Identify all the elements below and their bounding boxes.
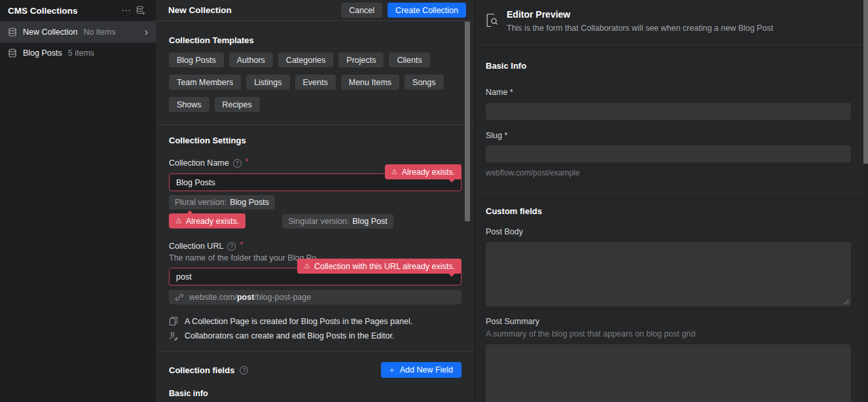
template-chip-row: Team Members Listings Events Menu Items … [169, 75, 461, 90]
panel-scrollbar[interactable] [465, 22, 470, 221]
post-summary-textarea[interactable] [486, 344, 851, 402]
post-body-label: Post Body [486, 227, 851, 236]
sidebar-item-count: 5 items [68, 48, 94, 58]
plural-error-text: Already exists. [186, 217, 239, 226]
preview-scrollbar-track[interactable] [863, 0, 868, 402]
plural-version-row: Plural version: Blog Posts [169, 195, 461, 210]
url-error-tooltip: ⚠ Collection with this URL already exist… [297, 259, 461, 274]
collection-fields-heading-group: Collection fields ? [169, 365, 248, 375]
divider [156, 124, 475, 125]
sidebar-item-new-collection[interactable]: New Collection No items › [0, 22, 156, 43]
custom-fields-heading: Custom fields [486, 206, 851, 216]
version-error-row: ⚠ Already exists. Singular version: Blog… [169, 213, 461, 228]
singular-version-value: Blog Post [352, 217, 388, 226]
preview-slug-input[interactable] [486, 145, 851, 162]
slug-hint-text: webflow.com/post/example [486, 168, 851, 177]
template-chip-team-members[interactable]: Team Members [169, 75, 241, 90]
required-asterisk: * [240, 240, 243, 249]
post-summary-label: Post Summary [486, 317, 851, 326]
collection-fields-heading: Collection fields [169, 365, 234, 375]
plural-version-value: Blog Posts [230, 198, 269, 207]
sidebar-item-count: No items [83, 27, 115, 37]
name-error-tooltip: ⚠ Already exists. [385, 164, 461, 179]
post-body-textarea[interactable] [486, 242, 851, 306]
sidebar-header: CMS Collections ⋯ [0, 0, 156, 22]
post-summary-hint: A summary of the blog post that appears … [486, 329, 851, 338]
post-summary-textarea-wrap [486, 344, 851, 402]
collection-fields-header-row: Collection fields ? + Add New Field [169, 362, 461, 378]
template-chip-projects[interactable]: Projects [338, 52, 384, 67]
collection-url-label: Collection URL [169, 242, 223, 251]
url-preview-slug: post [237, 293, 254, 302]
panel-title: New Collection [168, 5, 341, 15]
template-chip-menu-items[interactable]: Menu Items [341, 75, 399, 90]
sidebar-item-label: Blog Posts [23, 48, 62, 58]
collection-templates-heading: Collection Templates [169, 35, 461, 45]
help-icon[interactable]: ? [227, 242, 236, 251]
editor-preview-subtitle: This is the form that Collaborators will… [507, 24, 773, 33]
cms-collections-app: CMS Collections ⋯ New Collection No it [0, 0, 868, 402]
template-chip-recipes[interactable]: Recipes [215, 97, 260, 112]
template-chip-events[interactable]: Events [295, 75, 336, 90]
warning-icon: ⚠ [391, 168, 398, 176]
database-plus-icon [136, 5, 146, 16]
template-chip-categories[interactable]: Categories [278, 52, 333, 67]
collection-name-label: Collection Name [169, 158, 229, 168]
collection-page-info: A Collection Page is created for Blog Po… [169, 316, 461, 326]
template-chip-row: Shows Recipes [169, 97, 461, 112]
url-error-text: Collection with this URL already exists. [314, 262, 455, 271]
create-collection-button[interactable]: Create Collection [388, 3, 466, 18]
basic-info-group-label: Basic info [169, 389, 461, 398]
post-body-textarea-wrap [486, 242, 851, 306]
editor-preview-panel: Editor Preview This is the form that Col… [475, 0, 868, 402]
collection-settings-section: Collection Settings ⚠ Already exists. Co… [169, 136, 461, 340]
plural-version-label: Plural version: [175, 198, 226, 207]
collection-url-label-row: Collection URL ? * [169, 242, 461, 251]
name-field-label: Name * [486, 88, 851, 97]
collection-page-info-text: A Collection Page is created for Blog Po… [185, 317, 412, 326]
singular-version-pill: Singular version: Blog Post [282, 214, 393, 228]
collaborator-edit-icon [169, 331, 178, 340]
help-icon[interactable]: ? [233, 159, 242, 168]
warning-icon: ⚠ [304, 262, 310, 270]
add-new-field-button[interactable]: + Add New Field [381, 362, 461, 378]
url-preview-text: website.com/post/blog-post-page [189, 293, 311, 302]
basic-info-heading: Basic Info [486, 61, 851, 71]
chevron-right-icon: › [145, 28, 148, 36]
template-chip-authors[interactable]: Authors [229, 52, 273, 67]
warning-icon: ⚠ [175, 217, 182, 225]
sidebar-menu-button[interactable]: ⋯ [119, 3, 134, 18]
template-chip-clients[interactable]: Clients [389, 52, 429, 67]
collaborators-info: Collaborators can create and edit Blog P… [169, 331, 461, 340]
plus-icon: + [389, 365, 395, 375]
url-preview-chip: website.com/post/blog-post-page [169, 290, 461, 304]
divider [475, 193, 868, 194]
database-icon [8, 48, 17, 58]
preview-name-input[interactable] [486, 103, 851, 120]
url-preview-prefix: website.com/ [189, 293, 237, 302]
add-collection-button[interactable] [134, 3, 148, 18]
new-collection-panel: New Collection Cancel Create Collection … [156, 0, 475, 402]
sidebar-item-blog-posts[interactable]: Blog Posts 5 items [0, 43, 156, 64]
sidebar-title: CMS Collections [8, 6, 119, 16]
help-icon[interactable]: ? [240, 366, 248, 375]
ellipsis-icon: ⋯ [121, 7, 132, 14]
editor-preview-header-text: Editor Preview This is the form that Col… [507, 9, 773, 45]
panel-header: New Collection Cancel Create Collection [156, 0, 475, 21]
cancel-button[interactable]: Cancel [341, 3, 382, 18]
template-chip-listings[interactable]: Listings [246, 75, 289, 90]
preview-document-icon [486, 12, 499, 28]
link-icon [175, 293, 183, 301]
template-chip-songs[interactable]: Songs [405, 75, 443, 90]
divider [156, 352, 475, 352]
template-chip-row: Blog Posts Authors Categories Projects C… [169, 52, 461, 67]
slug-field-label: Slug * [486, 131, 851, 140]
preview-scrollbar-thumb[interactable] [863, 0, 868, 164]
collection-settings-heading: Collection Settings [169, 136, 461, 145]
template-chip-shows[interactable]: Shows [169, 97, 209, 112]
template-chip-blog-posts[interactable]: Blog Posts [169, 52, 224, 67]
name-error-text: Already exists. [402, 168, 455, 177]
cms-sidebar: CMS Collections ⋯ New Collection No it [0, 0, 156, 402]
editor-preview-header: Editor Preview This is the form that Col… [475, 0, 868, 45]
database-icon [8, 27, 17, 37]
